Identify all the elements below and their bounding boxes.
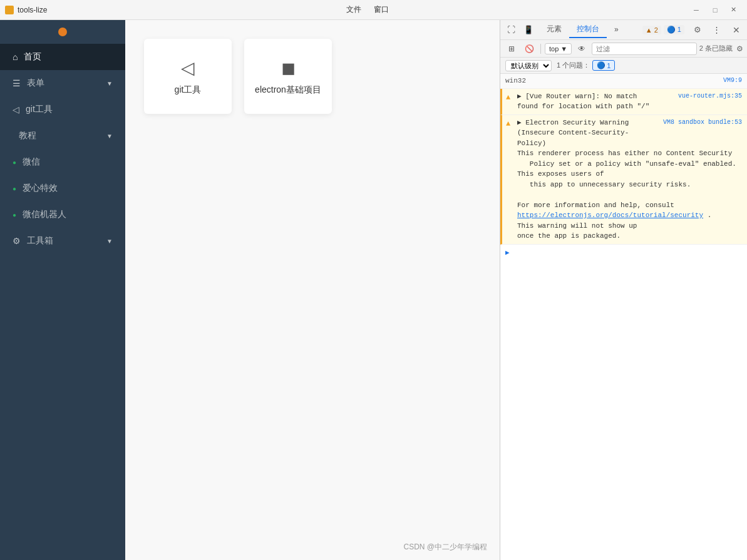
chevron-icon-toolbox: ▼ — [106, 238, 113, 245]
warn-icon-electron: ▲ — [506, 118, 510, 130]
content-area: ◁ git工具 ◼ electron基础项目 — [125, 20, 500, 560]
security-link[interactable]: https://electronjs.org/docs/tutorial/sec… — [517, 211, 703, 219]
devtools-close-btn[interactable]: ✕ — [728, 23, 744, 38]
source-ref-electron[interactable]: VM8 sandbox bundle:53 — [663, 118, 742, 127]
console-clear-btn[interactable]: 🚫 — [522, 42, 537, 56]
sidebar-item-love[interactable]: ● 爱心特效 — [0, 175, 125, 201]
titlebar: tools-lize 文件 窗口 ─ □ ✕ — [0, 0, 747, 20]
devtools-badges: ▲ 2 🔵 1 ⚙ ⋮ ✕ — [642, 23, 744, 38]
sidebar-item-label-home: 首页 — [24, 51, 41, 63]
sidebar: ⌂ 首页 ☰ 表单 ▼ ◁ git工具 教程 ▼ ● 微信 ● 爱心特效 — [0, 20, 125, 560]
close-button[interactable]: ✕ — [726, 4, 742, 16]
main-content: ◁ git工具 ◼ electron基础项目 CSDN @中二少年学编程 — [125, 20, 500, 560]
menubar: 文件 窗口 — [344, 3, 391, 16]
issues-badge[interactable]: 🔵 1 — [592, 60, 615, 71]
console-sidebar-btn[interactable]: ⊞ — [504, 42, 519, 56]
electron-security-warning: ▲ VM8 sandbox bundle:53 ▶ Electron Secur… — [500, 115, 747, 245]
card-electron-label: electron基础项目 — [255, 84, 321, 96]
issues-count: 1 — [607, 62, 610, 69]
sidebar-item-form[interactable]: ☰ 表单 ▼ — [0, 70, 125, 96]
sidebar-item-label-toolbox: 工具箱 — [27, 235, 53, 247]
chevron-down-icon: ▼ — [560, 45, 567, 53]
watermark: CSDN @中二少年学编程 — [403, 542, 487, 552]
card-electron-basics[interactable]: ◼ electron基础项目 — [244, 39, 332, 114]
eye-btn[interactable]: 👁 — [574, 42, 589, 56]
chevron-icon-form: ▼ — [106, 80, 113, 87]
tab-more[interactable]: » — [607, 23, 626, 38]
console-toolbar: ⊞ 🚫 top ▼ 👁 2 条已隐藏 ⚙ — [500, 40, 747, 58]
card-git-icon: ◁ — [181, 58, 195, 78]
vue-router-warning: ▲ vue-router.mjs:35 ▶ [Vue Router warn]:… — [500, 89, 747, 115]
devtools-panel: ⛶ 📱 元素 控制台 » ▲ 2 🔵 1 ⚙ ⋮ ✕ ⊞ 🚫 to — [500, 20, 747, 560]
sidebar-item-tutorial[interactable]: 教程 ▼ — [0, 123, 125, 149]
electron-security-msg: ▶ Electron Security Warning (Insecure Co… — [517, 118, 742, 242]
vue-router-msg: ▶ [Vue Router warn]: No matchfound for l… — [517, 93, 649, 111]
wechat-dot-icon: ● — [13, 159, 16, 166]
sidebar-item-label-wechat: 微信 — [23, 156, 40, 168]
sidebar-item-label-wechat-bot: 微信机器人 — [23, 209, 66, 220]
hidden-count: 2 条已隐藏 — [699, 44, 733, 53]
msg-line-2: This renderer process has either no Cont… — [517, 150, 736, 209]
wechat-bot-dot-icon: ● — [13, 211, 16, 218]
console-settings-btn[interactable]: ⚙ — [736, 44, 743, 53]
sidebar-item-label-love: 爱心特效 — [23, 183, 58, 194]
issues-label: 1 个问题： — [557, 61, 590, 70]
window-controls: ─ □ ✕ — [688, 4, 742, 16]
app-container: ⌂ 首页 ☰ 表单 ▼ ◁ git工具 教程 ▼ ● 微信 ● 爱心特效 — [0, 20, 747, 560]
sidebar-item-git[interactable]: ◁ git工具 — [0, 96, 125, 123]
chevron-icon-tutorial: ▼ — [106, 133, 113, 140]
home-icon: ⌂ — [13, 52, 18, 62]
tab-elements[interactable]: 元素 — [539, 21, 569, 38]
sidebar-item-wechat[interactable]: ● 微信 — [0, 149, 125, 175]
devtools-tabs: 元素 控制台 » — [539, 21, 626, 38]
source-ref-win32[interactable]: VM9:9 — [723, 76, 742, 85]
source-ref-vue[interactable]: vue-router.mjs:35 — [678, 91, 742, 101]
card-electron-icon: ◼ — [281, 58, 296, 78]
info-badge[interactable]: 🔵 1 — [664, 25, 684, 34]
app-title: tools-lize — [18, 6, 47, 14]
sidebar-item-label-tutorial: 教程 — [19, 130, 36, 141]
tab-console[interactable]: 控制台 — [569, 21, 607, 38]
context-selector[interactable]: top ▼ — [545, 43, 572, 54]
sidebar-item-label-form: 表单 — [27, 78, 44, 89]
card-git-label: git工具 — [175, 84, 202, 96]
sidebar-item-label-git: git工具 — [26, 104, 53, 115]
source-context: win32 — [505, 77, 526, 84]
form-icon: ☰ — [13, 78, 21, 88]
menu-window[interactable]: 窗口 — [371, 3, 391, 16]
maximize-button[interactable]: □ — [707, 4, 723, 16]
source-line-win32: win32 VM9:9 — [500, 74, 747, 89]
toolbar-divider — [540, 44, 541, 54]
console-level-bar: 默认级别 1 个问题： 🔵 1 — [500, 58, 747, 74]
devtools-settings-btn[interactable]: ⚙ — [689, 23, 706, 38]
sidebar-item-home[interactable]: ⌂ 首页 — [0, 44, 125, 70]
inspect-element-btn[interactable]: ⛶ — [503, 23, 519, 38]
msg-line-1: Electron Security Warning (Insecure Cont… — [517, 119, 629, 147]
devtools-top-bar: ⛶ 📱 元素 控制台 » ▲ 2 🔵 1 ⚙ ⋮ ✕ — [500, 20, 747, 40]
app-icon — [5, 6, 14, 14]
menu-file[interactable]: 文件 — [344, 3, 364, 16]
console-expand-row[interactable]: ▶ — [500, 245, 747, 260]
card-git-tool[interactable]: ◁ git工具 — [144, 39, 232, 114]
warning-badge[interactable]: ▲ 2 — [642, 26, 661, 34]
git-icon: ◁ — [13, 104, 19, 115]
console-filter-input[interactable] — [592, 43, 697, 55]
devtools-more-btn[interactable]: ⋮ — [708, 23, 724, 38]
love-dot-icon: ● — [13, 185, 16, 192]
titlebar-left: tools-lize — [5, 6, 47, 14]
sidebar-item-toolbox[interactable]: ⚙ 工具箱 ▼ — [0, 228, 125, 254]
device-toolbar-btn[interactable]: 📱 — [520, 23, 537, 38]
issues-icon: 🔵 — [597, 61, 605, 69]
expand-arrow-electron[interactable]: ▶ — [517, 119, 522, 126]
logo-dot — [58, 28, 67, 36]
issues-area: 1 个问题： 🔵 1 — [557, 60, 615, 71]
sidebar-item-wechat-bot[interactable]: ● 微信机器人 — [0, 201, 125, 228]
log-level-select[interactable]: 默认级别 — [505, 60, 552, 71]
toolbox-icon: ⚙ — [13, 236, 21, 246]
sidebar-logo — [0, 20, 125, 44]
minimize-button[interactable]: ─ — [688, 4, 704, 16]
console-messages: win32 VM9:9 ▲ vue-router.mjs:35 ▶ [Vue R… — [500, 74, 747, 560]
warn-icon-vue: ▲ — [506, 92, 510, 103]
context-value: top — [549, 45, 559, 53]
